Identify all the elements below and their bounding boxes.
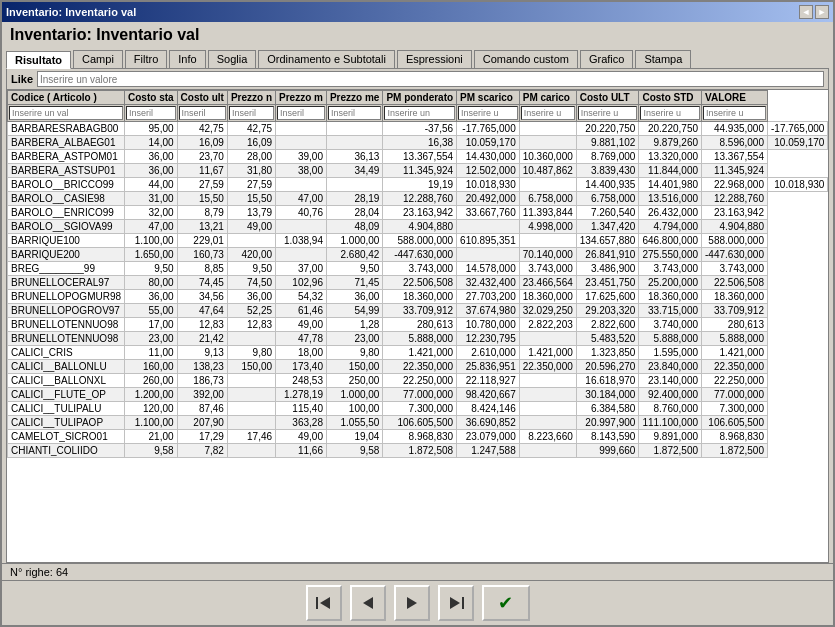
table-row[interactable]: BARBERA_ALBAEG0114,0016,0916,0916,3810.0…	[8, 136, 828, 150]
filter-pm-scar[interactable]	[458, 106, 518, 120]
table-row[interactable]: BAROLO__ENRICO9932,008,7913,7940,7628,04…	[8, 206, 828, 220]
tab-campi[interactable]: Campi	[73, 50, 123, 68]
table-cell: BAROLO__CASIE98	[8, 192, 125, 206]
table-cell: 36,00	[125, 150, 178, 164]
table-row[interactable]: BAROLO__CASIE9831,0015,5015,5047,0028,19…	[8, 192, 828, 206]
table-cell: 106.605,500	[702, 416, 768, 430]
filter-costo-ult2[interactable]	[578, 106, 638, 120]
filter-costo-sta[interactable]	[126, 106, 176, 120]
table-cell: 2.610,000	[457, 346, 520, 360]
table-row[interactable]: BAROLO__SGIOVA9947,0013,2149,0048,094.90…	[8, 220, 828, 234]
col-valore: VALORE	[702, 91, 768, 105]
last-button[interactable]	[438, 585, 474, 621]
table-cell: 392,00	[177, 388, 227, 402]
table-row[interactable]: BAROLO__BRICCO9944,0027,5927,5919,1910.0…	[8, 178, 828, 192]
table-cell: BRUNELLOTENNUO98	[8, 332, 125, 346]
table-cell: 5.483,520	[576, 332, 639, 346]
table-row[interactable]: CALICI__FLUTE_OP1.200,00392,001.278,191.…	[8, 388, 828, 402]
table-row[interactable]: BRUNELLOPOGMUR9836,0034,5636,0054,3236,0…	[8, 290, 828, 304]
table-row[interactable]: CALICI__TULIPAOP1.100,00207,90363,281.05…	[8, 416, 828, 430]
table-cell: 17,00	[125, 318, 178, 332]
tab-risultato[interactable]: Risultato	[6, 51, 71, 69]
filter-pm-car[interactable]	[521, 106, 575, 120]
table-cell: 11,67	[177, 164, 227, 178]
filter-costo-std[interactable]	[640, 106, 700, 120]
table-cell: BREG________99	[8, 262, 125, 276]
table-row[interactable]: CALICI__BALLONLU160,00138,23150,00173,40…	[8, 360, 828, 374]
tab-espressioni[interactable]: Espressioni	[397, 50, 472, 68]
table-row[interactable]: CAMELOT_SICRO0121,0017,2917,4649,0019,04…	[8, 430, 828, 444]
filter-prezzo-m[interactable]	[277, 106, 325, 120]
table-cell: 1.872,500	[702, 444, 768, 458]
table-cell	[227, 444, 275, 458]
filter-input[interactable]	[37, 71, 824, 87]
table-cell	[276, 178, 327, 192]
first-button[interactable]	[306, 585, 342, 621]
table-cell: 16.618,970	[576, 374, 639, 388]
table-cell: 19,04	[326, 430, 382, 444]
table-row[interactable]: CHIANTI_COLIIDO9,587,8211,669,581.872,50…	[8, 444, 828, 458]
tab-ordinamento[interactable]: Ordinamento e Subtotali	[258, 50, 395, 68]
table-cell: 100,00	[326, 402, 382, 416]
table-row[interactable]: BARBERA_ASTPOM0136,0023,7028,0039,0036,1…	[8, 150, 828, 164]
table-cell: 80,00	[125, 276, 178, 290]
table-cell: 34,56	[177, 290, 227, 304]
svg-marker-5	[450, 597, 460, 609]
table-cell: 17,46	[227, 430, 275, 444]
confirm-button[interactable]: ✔	[482, 585, 530, 621]
table-cell: 248,53	[276, 374, 327, 388]
table-cell: 20.220,750	[576, 122, 639, 136]
filter-prezzo-me[interactable]	[328, 106, 381, 120]
table-cell: 92.400,000	[639, 388, 702, 402]
table-row[interactable]: CALICI_CRIS11,009,139,8018,009,801.421,0…	[8, 346, 828, 360]
table-cell: BRUNELLOPOGROV97	[8, 304, 125, 318]
table-row[interactable]: BARBERA_ASTSUP0136,0011,6731,8038,0034,4…	[8, 164, 828, 178]
table-cell: 38,00	[276, 164, 327, 178]
tab-filtro[interactable]: Filtro	[125, 50, 167, 68]
filter-pm-pond[interactable]	[384, 106, 455, 120]
table-cell: 47,64	[177, 304, 227, 318]
tab-soglia[interactable]: Soglia	[208, 50, 257, 68]
tab-stampa[interactable]: Stampa	[635, 50, 691, 68]
table-cell: 28,04	[326, 206, 382, 220]
table-row[interactable]: CALICI__BALLONXL260,00186,73248,53250,00…	[8, 374, 828, 388]
filter-valore[interactable]	[703, 106, 766, 120]
filter-costo-ult[interactable]	[179, 106, 226, 120]
table-cell: 47,00	[276, 192, 327, 206]
table-cell	[227, 332, 275, 346]
table-cell: BRUNELLOTENNUO98	[8, 318, 125, 332]
table-cell: CALICI__FLUTE_OP	[8, 388, 125, 402]
table-cell: 15,50	[227, 192, 275, 206]
tab-info[interactable]: Info	[169, 50, 205, 68]
table-row[interactable]: BREG________999,508,859,5037,009,503.743…	[8, 262, 828, 276]
table-row[interactable]: BARBARESRABAGB0095,0042,7542,75-37,56-17…	[8, 122, 828, 136]
table-cell: 23,70	[177, 150, 227, 164]
table-row[interactable]: BARRIQUE1001.100,00229,011.038,941.000,0…	[8, 234, 828, 248]
table-cell: 2.822,600	[576, 318, 639, 332]
table-row[interactable]: BRUNELLOPOGROV9755,0047,6452,2561,4654,9…	[8, 304, 828, 318]
table-container[interactable]: Codice ( Articolo ) Costo sta Costo ult …	[7, 90, 828, 562]
table-cell: 7.300,000	[702, 402, 768, 416]
nav-right-btn[interactable]: ►	[815, 5, 829, 19]
table-cell: 42,75	[227, 122, 275, 136]
nav-left-btn[interactable]: ◄	[799, 5, 813, 19]
table-cell: 13.320,000	[639, 150, 702, 164]
table-row[interactable]: BRUNELLOTENNUO9823,0021,4247,7823,005.88…	[8, 332, 828, 346]
tab-comando[interactable]: Comando custom	[474, 50, 578, 68]
title-bar: Inventario: Inventario val ◄ ►	[2, 2, 833, 22]
prev-button[interactable]	[350, 585, 386, 621]
filter-codice[interactable]	[9, 106, 123, 120]
table-cell	[276, 122, 327, 136]
table-cell: 18.360,000	[639, 290, 702, 304]
table-row[interactable]: BRUNELLOTENNUO9817,0012,8312,8349,001,28…	[8, 318, 828, 332]
table-row[interactable]: BRUNELLOCERAL9780,0074,4574,50102,9671,4…	[8, 276, 828, 290]
table-cell: 4.998,000	[519, 220, 576, 234]
tab-grafico[interactable]: Grafico	[580, 50, 633, 68]
next-button[interactable]	[394, 585, 430, 621]
table-cell: 25.836,951	[457, 360, 520, 374]
table-row[interactable]: BARRIQUE2001.650,00160,73420,002.680,42-…	[8, 248, 828, 262]
filter-prezzo-n[interactable]	[229, 106, 274, 120]
table-row[interactable]: CALICI__TULIPALU120,0087,46115,40100,007…	[8, 402, 828, 416]
table-cell	[276, 248, 327, 262]
table-cell: 74,50	[227, 276, 275, 290]
